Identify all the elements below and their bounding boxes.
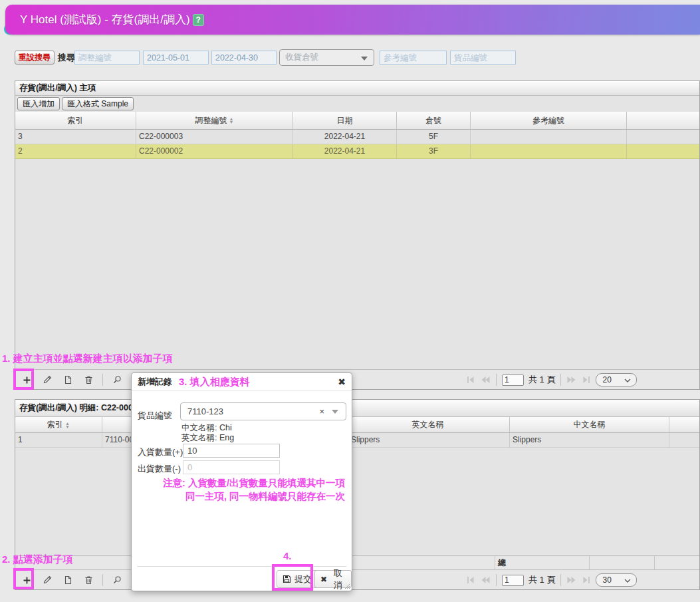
add-record-modal: 新增記錄 3. 填入相應資料 ✖ 貨品編號 7110-123 × 中文名稱: C… (131, 373, 352, 591)
adjust-no-input[interactable] (74, 51, 140, 65)
warehouse-select[interactable]: 收貨倉號 (279, 49, 374, 66)
footer-cell (655, 556, 699, 569)
warehouse-select-value: 收貨倉號 (285, 53, 318, 62)
cell-chi-name: Slippers (510, 433, 669, 448)
date-to-input[interactable] (211, 51, 277, 65)
qty-out-input[interactable] (183, 460, 280, 474)
table-row-selected[interactable]: 2 C22-000002 2022-04-21 3F (15, 144, 699, 159)
ref-no-input[interactable] (380, 51, 447, 65)
modal-footer-divider (137, 566, 346, 567)
cell-eng-name: Slippers (346, 433, 510, 448)
qty-out-label: 出貨數量(-) (138, 463, 181, 475)
item-no-value: 7110-123 (187, 406, 223, 416)
highlight-box-add-detail (13, 568, 34, 589)
col-header-ref-no: 參考編號 (471, 112, 627, 129)
page-total-label: 共 1 頁 (528, 374, 555, 386)
pager-divider (496, 374, 497, 386)
detail-grid-title: 存貨(調出/調入) 明細: C22-000 (15, 400, 699, 417)
delete-trash-icon[interactable] (81, 372, 96, 388)
delete-trash-icon[interactable] (81, 572, 96, 588)
search-icon[interactable] (110, 372, 124, 388)
main-grid-toolbar (19, 370, 145, 390)
table-row[interactable]: 1 7110-001 Slippers Slippers (15, 433, 699, 448)
search-bar: 重設搜尋 搜尋 : 收貨倉號 (0, 49, 700, 68)
chevron-down-icon[interactable] (332, 410, 338, 414)
cell-empty (669, 433, 699, 448)
next-page-icon[interactable] (566, 376, 577, 384)
cell-empty (627, 144, 699, 158)
next-page-icon[interactable] (566, 576, 577, 584)
main-grid-pager: 共 1 頁 20 (15, 369, 699, 389)
col-header-eng-name: 英文名稱 (346, 417, 510, 432)
annotation-step2: 2. 點選添加子項 (2, 553, 73, 566)
col-header-index-label: 索引 (47, 419, 63, 430)
sort-icon: ▲▼ (229, 117, 234, 124)
reset-search-button[interactable]: 重設搜尋 (15, 51, 55, 65)
annotation-step3: 3. 填入相應資料 (179, 376, 250, 388)
app-header: Y Hotel (測試版) - 存貨(調出/調入) ? (5, 5, 700, 35)
first-page-icon[interactable] (466, 376, 475, 384)
main-grid-pagination: 共 1 頁 20 (466, 370, 637, 390)
import-add-button[interactable]: 匯入增加 (17, 97, 60, 110)
annotation-step4: 4. (283, 550, 292, 561)
col-header-adjust-no-label: 調整編號 (195, 115, 227, 126)
qty-in-input[interactable] (183, 444, 280, 458)
prev-page-icon[interactable] (480, 376, 491, 384)
copy-document-icon[interactable] (60, 572, 75, 588)
copy-document-icon[interactable] (60, 372, 75, 388)
page-size-select[interactable]: 20 (596, 373, 637, 386)
detail-grid-pager: 共 1 頁 30 (15, 569, 699, 589)
search-icon[interactable] (110, 572, 124, 588)
note-line-1: 注意: 入貨數量/出貨數量只能填選其中一項 (163, 477, 345, 490)
col-header-warehouse: 倉號 (397, 112, 471, 129)
last-page-icon[interactable] (582, 376, 591, 384)
eng-name-hint: 英文名稱: Eng (181, 432, 234, 444)
cell-adjust-no: C22-000003 (136, 130, 293, 144)
page-number-input[interactable] (502, 575, 524, 586)
note-line-2: 同一主項, 同一物料編號只能存在一次 (185, 490, 345, 503)
pager-divider (560, 574, 561, 586)
sort-icon: ▲▼ (65, 422, 70, 428)
main-grid-title: 存貨(調出/調入) 主項 (15, 81, 699, 96)
resize-handle-icon[interactable] (344, 583, 350, 589)
detail-grid-panel: 存貨(調出/調入) 明細: C22-000 索引 ▲▼ 英文名稱 中文名稱 1 … (15, 399, 700, 590)
cell-index: 2 (15, 144, 136, 158)
cell-adjust-no: C22-000002 (136, 144, 293, 158)
cell-index: 3 (15, 130, 136, 144)
page-size-value: 30 (602, 575, 611, 585)
cancel-label: 取消 (330, 567, 346, 591)
edit-icon[interactable] (40, 372, 55, 388)
chevron-down-icon (361, 57, 368, 61)
main-grid-header: 索引 調整編號 ▲▼ 日期 倉號 參考編號 (15, 112, 699, 130)
annotation-step1: 1. 建立主項並點選新建主項以添加子項 (2, 353, 173, 365)
detail-grid-header: 索引 ▲▼ 英文名稱 中文名稱 (15, 417, 699, 433)
prev-page-icon[interactable] (480, 576, 491, 584)
close-icon[interactable]: ✖ (338, 376, 346, 387)
page-size-select[interactable]: 30 (596, 573, 637, 587)
col-header-adjust-no[interactable]: 調整編號 ▲▼ (136, 112, 293, 129)
table-row[interactable]: 3 C22-000003 2022-04-21 5F (15, 130, 699, 144)
date-from-input[interactable] (143, 51, 209, 65)
cell-warehouse: 5F (397, 130, 471, 144)
cell-ref-no (471, 130, 627, 144)
col-header-index[interactable]: 索引 ▲▼ (15, 417, 102, 432)
cell-empty (627, 130, 699, 144)
cell-date: 2022-04-21 (293, 144, 397, 158)
cancel-x-icon: ✖ (320, 575, 327, 584)
clear-icon[interactable]: × (319, 403, 324, 420)
cell-index: 1 (15, 433, 102, 448)
page-size-value: 20 (602, 375, 611, 384)
pager-divider (496, 574, 497, 586)
help-icon[interactable]: ? (193, 14, 204, 26)
first-page-icon[interactable] (466, 576, 475, 584)
item-no-combobox[interactable]: 7110-123 × (180, 402, 346, 420)
import-format-button[interactable]: 匯入格式 Sample (62, 97, 134, 110)
item-no-input[interactable] (450, 51, 516, 65)
col-header-index: 索引 (15, 112, 136, 129)
edit-icon[interactable] (40, 572, 55, 588)
toolbar-divider (102, 574, 103, 586)
detail-grid-body (15, 448, 699, 555)
last-page-icon[interactable] (582, 576, 591, 584)
page-number-input[interactable] (502, 375, 524, 386)
col-header-date: 日期 (293, 112, 397, 129)
